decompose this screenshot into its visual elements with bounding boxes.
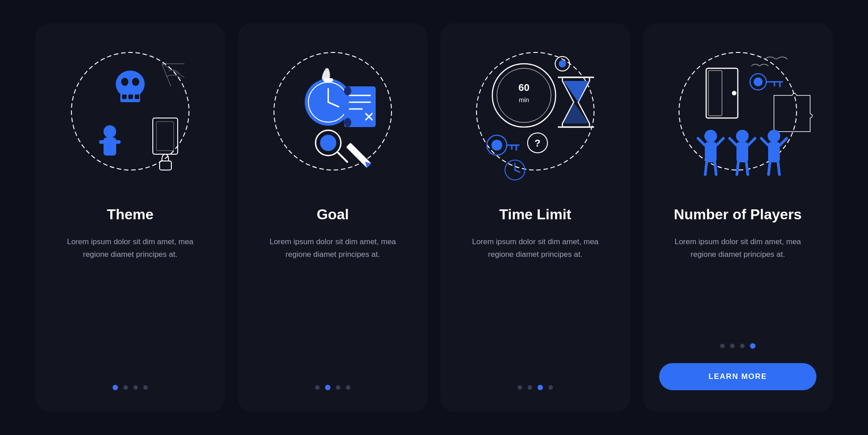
dot-1 xyxy=(113,385,118,390)
svg-line-80 xyxy=(769,162,770,175)
svg-point-29 xyxy=(344,86,351,95)
dot-4 xyxy=(750,343,755,349)
card-title-players: Number of Players xyxy=(674,206,802,223)
svg-rect-15 xyxy=(156,122,174,151)
dot-3 xyxy=(740,344,745,348)
svg-line-67 xyxy=(717,138,723,145)
svg-text:?: ? xyxy=(534,137,540,149)
dot-3 xyxy=(538,385,543,390)
svg-point-64 xyxy=(704,130,717,142)
dot-1 xyxy=(315,385,320,390)
dots-time-limit xyxy=(518,367,553,390)
card-body-players: Lorem ipsum dolor sit dim amet, mea regi… xyxy=(659,236,816,260)
svg-line-73 xyxy=(748,138,755,145)
svg-line-52 xyxy=(515,170,520,172)
svg-point-7 xyxy=(132,78,139,86)
card-title-time-limit: Time Limit xyxy=(499,206,571,223)
svg-line-66 xyxy=(698,138,705,145)
card-time-limit: 60 min ? xyxy=(440,23,630,412)
svg-point-58 xyxy=(732,91,736,95)
card-body-theme: Lorem ipsum dolor sit dim amet, mea regi… xyxy=(52,236,209,260)
card-body-goal: Lorem ipsum dolor sit dim amet, mea regi… xyxy=(254,236,411,260)
svg-point-38 xyxy=(497,68,551,123)
svg-rect-57 xyxy=(708,71,722,116)
svg-rect-4 xyxy=(128,95,133,99)
svg-rect-77 xyxy=(768,142,780,162)
svg-rect-65 xyxy=(705,142,717,162)
dot-4 xyxy=(143,385,148,390)
card-title-theme: Theme xyxy=(107,206,153,223)
dot-2 xyxy=(123,385,128,390)
svg-point-54 xyxy=(559,60,566,67)
svg-point-30 xyxy=(344,118,351,127)
card-body-time-limit: Lorem ipsum dolor sit dim amet, mea regi… xyxy=(457,236,614,260)
card-players: Number of Players Lorem ipsum dolor sit … xyxy=(643,23,833,412)
dot-1 xyxy=(518,385,522,390)
dot-1 xyxy=(720,344,725,348)
dots-goal xyxy=(315,367,350,390)
svg-line-81 xyxy=(778,162,779,175)
svg-rect-71 xyxy=(736,142,748,162)
learn-more-button[interactable]: LEARN MORE xyxy=(659,363,816,390)
card-illustration-time-limit: 60 min ? xyxy=(458,41,612,195)
card-title-goal: Goal xyxy=(316,206,349,223)
svg-line-8 xyxy=(162,64,184,77)
svg-point-11 xyxy=(104,125,116,138)
dots-players xyxy=(720,325,755,349)
dot-3 xyxy=(336,385,340,390)
card-theme: Theme Lorem ipsum dolor sit dim amet, me… xyxy=(35,23,225,412)
svg-line-69 xyxy=(715,162,716,175)
svg-point-70 xyxy=(736,130,749,142)
svg-line-78 xyxy=(761,138,768,145)
svg-line-75 xyxy=(746,162,748,175)
svg-point-6 xyxy=(121,78,128,86)
svg-text:min: min xyxy=(519,96,529,104)
svg-text:60: 60 xyxy=(519,82,529,93)
svg-line-74 xyxy=(737,162,738,175)
svg-point-44 xyxy=(491,140,502,151)
svg-line-72 xyxy=(730,138,736,145)
dot-2 xyxy=(325,385,330,390)
svg-point-60 xyxy=(754,77,763,86)
svg-rect-22 xyxy=(323,78,333,82)
cards-container: Theme Lorem ipsum dolor sit dim amet, me… xyxy=(17,5,851,430)
svg-line-68 xyxy=(705,162,707,175)
svg-point-32 xyxy=(320,135,336,151)
card-illustration-players xyxy=(661,41,815,195)
svg-line-33 xyxy=(338,153,347,162)
svg-point-76 xyxy=(768,130,780,142)
dot-4 xyxy=(548,385,553,390)
svg-line-79 xyxy=(780,138,787,145)
svg-rect-5 xyxy=(135,95,139,99)
dots-theme xyxy=(113,367,148,390)
card-illustration-theme xyxy=(53,41,207,195)
dot-3 xyxy=(133,385,138,390)
dot-2 xyxy=(528,385,532,390)
card-goal: Goal Lorem ipsum dolor sit dim amet, mea… xyxy=(238,23,428,412)
svg-rect-3 xyxy=(122,95,127,99)
svg-rect-16 xyxy=(160,161,171,170)
card-illustration-goal xyxy=(256,41,410,195)
dot-4 xyxy=(346,385,350,390)
dot-2 xyxy=(730,344,735,348)
